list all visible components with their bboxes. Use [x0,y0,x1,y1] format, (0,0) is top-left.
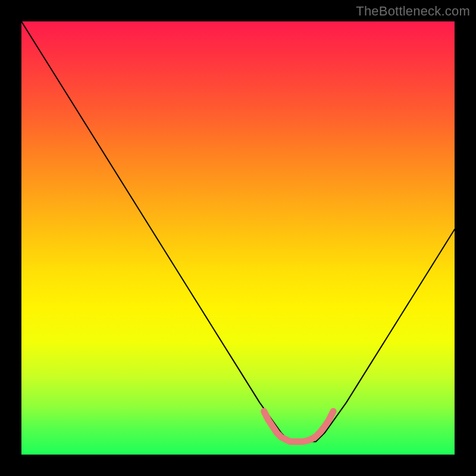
sweet-spot-band [264,411,333,441]
attribution-text: TheBottleneck.com [356,4,470,19]
chart-frame: TheBottleneck.com [0,0,476,476]
plot-area [21,21,455,455]
chart-svg [21,21,455,455]
bottleneck-curve [21,21,455,441]
